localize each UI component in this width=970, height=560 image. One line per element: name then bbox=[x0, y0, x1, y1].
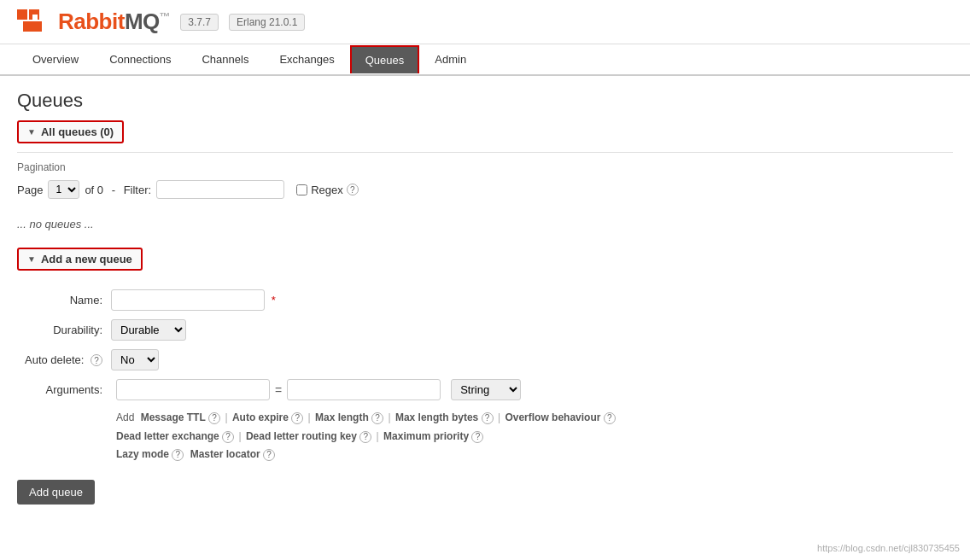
arg-link-max-length-bytes[interactable]: Max length bytes bbox=[395, 411, 478, 423]
overflow-help[interactable]: ? bbox=[604, 412, 616, 424]
equals-sign: = bbox=[275, 383, 282, 397]
durability-row: Durability: Durable Transient bbox=[17, 319, 953, 341]
filter-sep: - bbox=[108, 184, 119, 196]
regex-checkbox[interactable] bbox=[296, 184, 307, 195]
auto-delete-label: Auto delete: ? bbox=[17, 353, 111, 367]
durability-control: Durable Transient bbox=[111, 319, 186, 341]
svg-rect-3 bbox=[32, 15, 38, 20]
pagination-controls: Page 1 of 0 - Filter: Regex ? bbox=[17, 180, 953, 199]
name-input[interactable] bbox=[111, 289, 265, 311]
arg-link-message-ttl[interactable]: Message TTL bbox=[141, 411, 206, 423]
nav-overview[interactable]: Overview bbox=[17, 44, 94, 74]
dead-letter-routing-key-help[interactable]: ? bbox=[359, 431, 371, 443]
logo-area: RabbitMQ™ 3.7.7 Erlang 21.0.1 bbox=[17, 9, 305, 35]
nav-admin[interactable]: Admin bbox=[419, 44, 482, 74]
version-badge: 3.7.7 bbox=[180, 14, 219, 31]
all-queues-label: All queues (0) bbox=[41, 125, 114, 138]
page-title: Queues bbox=[17, 90, 953, 112]
regex-area: Regex ? bbox=[296, 184, 359, 196]
page-label: Page bbox=[17, 184, 43, 196]
argument-key-input[interactable] bbox=[116, 379, 270, 400]
add-queue-form: Name: * Durability: Durable Transient bbox=[17, 279, 953, 505]
arg-link-dead-letter-routing-key[interactable]: Dead letter routing key bbox=[246, 430, 357, 442]
arg-link-master-locator[interactable]: Master locator bbox=[190, 448, 260, 460]
filter-input[interactable] bbox=[156, 180, 284, 199]
name-label: Name: bbox=[17, 294, 111, 306]
navigation: Overview Connections Channels Exchanges … bbox=[0, 44, 970, 76]
max-length-bytes-help[interactable]: ? bbox=[482, 412, 494, 424]
nav-channels[interactable]: Channels bbox=[186, 44, 264, 74]
auto-delete-label-text: Auto delete: bbox=[25, 353, 84, 366]
auto-delete-help[interactable]: ? bbox=[91, 354, 102, 366]
nav-connections[interactable]: Connections bbox=[94, 44, 186, 74]
collapse-arrow: ▼ bbox=[27, 127, 36, 137]
nav-exchanges[interactable]: Exchanges bbox=[264, 44, 349, 74]
add-queue-section: ▼ Add a new queue Name: * Durability: Du… bbox=[17, 248, 953, 505]
auto-expire-help[interactable]: ? bbox=[291, 412, 303, 424]
name-row: Name: * bbox=[17, 289, 953, 311]
header: RabbitMQ™ 3.7.7 Erlang 21.0.1 bbox=[0, 0, 970, 44]
regex-help-icon[interactable]: ? bbox=[347, 184, 359, 195]
auto-delete-select[interactable]: No Yes bbox=[111, 349, 159, 370]
nav-queues[interactable]: Queues bbox=[350, 45, 420, 73]
add-queue-button[interactable]: Add queue bbox=[17, 480, 95, 505]
filter-label: Filter: bbox=[124, 184, 152, 196]
main-content: Queues ▼ All queues (0) Pagination Page … bbox=[0, 76, 970, 518]
master-locator-help[interactable]: ? bbox=[263, 449, 275, 461]
durability-label: Durability: bbox=[17, 324, 111, 336]
argument-value-input[interactable] bbox=[287, 379, 441, 400]
arg-link-maximum-priority[interactable]: Maximum priority bbox=[383, 430, 469, 442]
auto-delete-row: Auto delete: ? No Yes bbox=[17, 349, 953, 370]
logo-mq: MQ™ bbox=[125, 9, 170, 34]
arguments-label: Arguments: bbox=[17, 383, 111, 396]
regex-label: Regex bbox=[311, 184, 343, 196]
pagination-label: Pagination bbox=[17, 161, 953, 173]
auto-delete-control: No Yes bbox=[111, 349, 159, 370]
all-queues-section-header[interactable]: ▼ All queues (0) bbox=[17, 120, 124, 143]
name-control: * bbox=[111, 289, 276, 311]
add-queue-arrow: ▼ bbox=[27, 254, 36, 264]
maximum-priority-help[interactable]: ? bbox=[471, 431, 483, 443]
logo-text: RabbitMQ™ bbox=[58, 9, 170, 35]
required-star: * bbox=[272, 294, 276, 306]
rabbitmq-logo-icon bbox=[17, 9, 48, 35]
logo-rabbit: Rabbit bbox=[58, 9, 125, 34]
arg-link-max-length[interactable]: Max length bbox=[315, 411, 369, 423]
add-queue-section-header[interactable]: ▼ Add a new queue bbox=[17, 248, 143, 271]
no-queues-message: ... no queues ... bbox=[17, 207, 953, 241]
dead-letter-exchange-help[interactable]: ? bbox=[222, 431, 234, 443]
arg-link-overflow-behaviour[interactable]: Overflow behaviour bbox=[505, 411, 600, 423]
of-label: of 0 bbox=[85, 184, 103, 196]
arg-link-auto-expire[interactable]: Auto expire bbox=[232, 411, 289, 423]
add-links-area: Add Message TTL ? | Auto expire ? | Max … bbox=[116, 409, 953, 464]
arguments-row: Arguments: = String Integer Boolean bbox=[17, 379, 953, 400]
durability-select[interactable]: Durable Transient bbox=[111, 319, 186, 341]
argument-type-select[interactable]: String Integer Boolean bbox=[451, 379, 521, 400]
svg-rect-2 bbox=[23, 21, 42, 32]
message-ttl-help[interactable]: ? bbox=[208, 412, 220, 424]
add-label: Add bbox=[116, 411, 134, 423]
max-length-help[interactable]: ? bbox=[371, 412, 383, 424]
svg-rect-0 bbox=[17, 9, 27, 20]
erlang-badge: Erlang 21.0.1 bbox=[229, 14, 305, 31]
add-queue-label: Add a new queue bbox=[41, 253, 132, 265]
arg-link-dead-letter-exchange[interactable]: Dead letter exchange bbox=[116, 430, 219, 442]
pagination-area: Pagination Page 1 of 0 - Filter: Regex ? bbox=[17, 152, 953, 207]
page-select[interactable]: 1 bbox=[48, 180, 79, 199]
arg-link-lazy-mode[interactable]: Lazy mode bbox=[116, 448, 169, 460]
lazy-mode-help[interactable]: ? bbox=[172, 449, 184, 461]
